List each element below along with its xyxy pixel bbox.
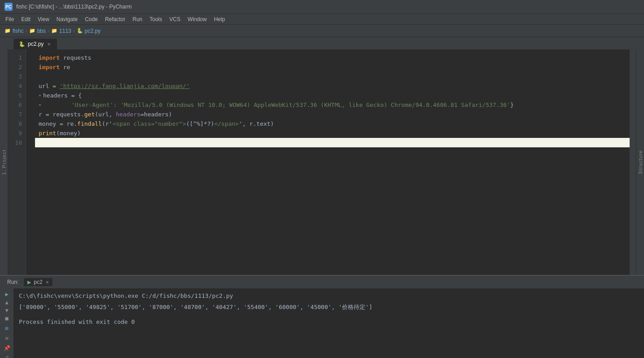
line-num-7: 7 (8, 110, 22, 119)
run-controls: ▶ ▲ ▼ ■ ⊞ ≡ 📌 🖨 (0, 288, 13, 358)
bottom-tab-bar: Run: ▶ pc2 ✕ (0, 276, 644, 288)
right-gutter-scrollbar[interactable] (630, 49, 636, 275)
line-num-6: 6 (8, 100, 22, 110)
terminal-output: C:\d\fishc\venv\Scripts\python.exe C:/d/… (13, 288, 644, 358)
code-line-10 (35, 138, 630, 147)
folder-icon-2: 📁 (51, 28, 57, 34)
line-num-5: 5 (8, 91, 22, 100)
stop-button[interactable]: ■ (2, 315, 11, 322)
print-arg: (money) (56, 128, 81, 138)
kwarg-headers: headers (116, 110, 140, 119)
folder-icon-1: 📁 (29, 28, 35, 34)
line-numbers: 1 2 3 4 5 6 7 8 9 10 (8, 49, 26, 275)
eq-headers: =headers) (140, 110, 172, 119)
menu-tools[interactable]: Tools (146, 15, 166, 23)
menu-refactor[interactable]: Refactor (101, 15, 129, 23)
run-label: Run: (4, 278, 22, 286)
menu-file[interactable]: File (2, 15, 18, 23)
code-line-3 (35, 72, 630, 81)
menu-code[interactable]: Code (81, 15, 101, 23)
breadcrumb-1113[interactable]: 1113 (59, 28, 71, 34)
menu-edit[interactable]: Edit (18, 15, 34, 23)
tab-label: pc2.py (28, 41, 44, 47)
var-money: money = re. (39, 119, 77, 128)
menu-run[interactable]: Run (129, 15, 146, 23)
func-print: print (39, 128, 56, 138)
str-url-value: 'https://sz.fang.lianjia.com/loupan/' (60, 81, 190, 91)
settings-button[interactable]: ≡ (2, 335, 11, 341)
line-num-1: 1 (8, 53, 22, 62)
title-bar: PC fishc [C:\d\fishc] - ...\bbs\1113\pc2… (0, 0, 644, 13)
menu-bar: File Edit View Navigate Code Refactor Ru… (0, 13, 644, 24)
str-user-agent: 'User-Agent': 'Mozilla/5.0 (Windows NT 1… (43, 100, 510, 110)
bottom-panel: Run: ▶ pc2 ✕ ▶ ▲ ▼ ■ ⊞ ≡ 📌 🖨 C:\d\fishc\… (0, 275, 644, 358)
rerun-button[interactable]: ⊞ (2, 325, 11, 331)
code-line-1: import requests (35, 53, 630, 62)
pin-button[interactable]: 📌 (2, 345, 11, 351)
terminal-exit-msg: Process finished with exit code 0 (19, 317, 639, 327)
breadcrumb-sep-3: › (73, 28, 75, 34)
module-re: re (60, 62, 70, 72)
bottom-tab-pc2[interactable]: ▶ pc2 ✕ (24, 278, 52, 286)
project-sidebar-label: 1. Project (1, 150, 7, 175)
window-title: fishc [C:\d\fishc] - ...\bbs\1113\pc2.py… (16, 4, 131, 10)
code-editor[interactable]: import requests import re url = 'https:/… (26, 49, 630, 275)
scroll-down-button[interactable]: ▼ (2, 307, 11, 314)
code-line-4: url = 'https://sz.fang.lianjia.com/loupa… (35, 81, 630, 91)
fold-icon-5[interactable]: ▾ (39, 91, 41, 100)
menu-vcs[interactable]: VCS (166, 15, 184, 23)
breadcrumb-file[interactable]: 🐍 pc2.py (77, 28, 101, 34)
code-line-5: ▾headers = { (35, 91, 630, 100)
regex-capture: ([^%]*?) (186, 119, 215, 128)
line-num-3: 3 (8, 72, 22, 81)
editor-area: 1 2 3 4 5 6 7 8 9 10 import requests imp… (8, 49, 636, 275)
breadcrumb-filename: pc2.py (85, 28, 101, 34)
close-brace-6: } (510, 100, 514, 110)
project-icon: 📁 (4, 28, 11, 34)
scroll-up-button[interactable]: ▲ (2, 299, 11, 305)
line-num-4: 4 (8, 81, 22, 91)
tab-close-button[interactable]: ✕ (46, 42, 52, 47)
tab-python-icon: 🐍 (19, 41, 25, 47)
menu-window[interactable]: Window (184, 15, 210, 23)
print-button[interactable]: 🖨 (2, 355, 11, 358)
var-r: r = requests. (39, 110, 84, 119)
app-logo: PC (4, 3, 13, 11)
tab-bar: 🐍 pc2.py ✕ (0, 37, 644, 49)
menu-view[interactable]: View (34, 15, 53, 23)
breadcrumb-fishc[interactable]: fishc (13, 28, 24, 34)
menu-help[interactable]: Help (210, 15, 229, 23)
module-requests: requests (60, 53, 91, 62)
main-area: 1. Project 1 2 3 4 5 6 7 8 9 10 import r… (0, 49, 644, 275)
breadcrumb-sep-1: › (26, 28, 27, 34)
bottom-tab-label: pc2 (34, 279, 42, 285)
code-line-2: import re (35, 62, 630, 72)
breadcrumb: 📁 fishc › 📁 bbs › 📁 1113 › 🐍 pc2.py (0, 24, 644, 37)
menu-navigate[interactable]: Navigate (53, 15, 81, 23)
run-button[interactable]: ▶ (2, 291, 11, 297)
breadcrumb-bbs[interactable]: bbs (37, 28, 46, 34)
keyword-import-1: import (39, 53, 60, 62)
args-get: (url, (95, 110, 116, 119)
fold-icon-6[interactable]: ▾ (39, 100, 41, 110)
code-line-6: ▾ 'User-Agent': 'Mozilla/5.0 (Windows NT… (35, 100, 630, 110)
code-line-7: r = requests.get(url, headers=headers) (35, 110, 630, 119)
code-line-8: money = re.findall(r'<span class="number… (35, 119, 630, 128)
line-num-10: 10 (8, 138, 22, 147)
func-get: get (84, 110, 95, 119)
line-num-2: 2 (8, 62, 22, 72)
code-line-9: print(money) (35, 128, 630, 138)
bottom-controls-area: ▶ ▲ ▼ ■ ⊞ ≡ 📌 🖨 C:\d\fishc\venv\Scripts\… (0, 288, 644, 358)
terminal-output-text: ['89000', '55000', '49825', '51700', '87… (19, 302, 639, 312)
breadcrumb-sep-2: › (48, 28, 49, 34)
regex-tag-open: <span class="number"> (112, 119, 186, 128)
run-icon: ▶ (27, 279, 31, 285)
line-num-8: 8 (8, 119, 22, 128)
structure-sidebar-label: Structure (638, 150, 643, 174)
paren-open-8: (r' (102, 119, 112, 128)
structure-sidebar: Structure (636, 49, 644, 275)
findall-end: ', r.text) (239, 119, 274, 128)
run-label-text: Run: (7, 279, 18, 285)
tab-pc2py[interactable]: 🐍 pc2.py ✕ (13, 39, 57, 49)
bottom-tab-close[interactable]: ✕ (45, 280, 49, 285)
